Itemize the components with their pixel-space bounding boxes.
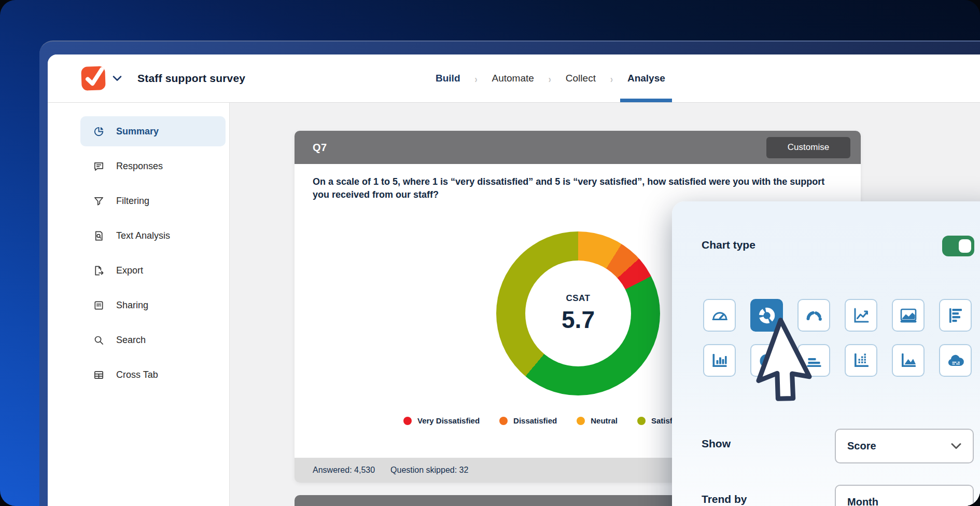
chart-type-bar-horizontal-icon[interactable] xyxy=(939,299,972,332)
legend-label: Very Dissatisfied xyxy=(417,416,480,425)
chart-type-pie-chart-icon[interactable] xyxy=(750,344,783,377)
legend-label: Dissatisfied xyxy=(513,416,557,425)
sidebar-item-sharing[interactable]: Sharing xyxy=(80,290,226,320)
sidebar-item-label: Responses xyxy=(116,161,163,172)
chart-type-panel: Chart type Show Score Trend by Month xyxy=(672,201,980,506)
chart-type-donut-chart-icon[interactable] xyxy=(750,299,783,332)
legend-item-very-dissatisfied: Very Dissatisfied xyxy=(403,416,480,425)
show-select-value: Score xyxy=(847,440,876,452)
question-text: On a scale of 1 to 5, where 1 is “very d… xyxy=(313,175,831,201)
sidebar-item-label: Sharing xyxy=(116,300,148,311)
sidebar-item-cross-tab[interactable]: Cross Tab xyxy=(80,360,226,390)
sidebar-item-label: Cross Tab xyxy=(116,370,158,380)
donut-center: CSAT 5.7 xyxy=(525,261,631,366)
nav-tab-automate[interactable]: Automate xyxy=(492,54,534,102)
sidebar-item-label: Search xyxy=(116,335,146,346)
chart-type-area-peaks-icon[interactable] xyxy=(892,344,925,377)
sidebar-item-label: Summary xyxy=(116,126,159,137)
nav-tab-collect[interactable]: Collect xyxy=(566,54,596,102)
chart-type-word-cloud-icon[interactable] xyxy=(939,344,972,377)
nav-tab-build[interactable]: Build xyxy=(436,54,460,102)
sidebar-item-text-analysis[interactable]: Text Analysis xyxy=(80,221,226,251)
sidebar-item-export[interactable]: Export xyxy=(80,255,226,285)
legend-dot xyxy=(577,417,585,425)
breadcrumb-separator-icon: › xyxy=(610,73,613,84)
csat-label: CSAT xyxy=(566,293,590,304)
doc-export-icon xyxy=(93,265,105,277)
chart-type-arc-gauge-icon[interactable] xyxy=(797,299,830,332)
chart-type-bar-stacked-icon[interactable] xyxy=(797,344,830,377)
trend-by-select[interactable]: Month xyxy=(835,485,974,506)
sidebar: SummaryResponsesFilteringText AnalysisEx… xyxy=(48,103,230,506)
active-tab-underline xyxy=(620,99,672,102)
show-label: Show xyxy=(702,437,731,450)
trend-by-label: Trend by xyxy=(702,493,747,505)
doc-lines-icon xyxy=(93,299,105,311)
chart-type-toggle[interactable] xyxy=(942,236,974,256)
funnel-icon xyxy=(93,195,105,207)
chart-type-gauge-icon[interactable] xyxy=(703,299,736,332)
chart-type-area-framed-icon[interactable] xyxy=(892,299,925,332)
show-select[interactable]: Score xyxy=(835,429,974,463)
chart-type-line-trend-icon[interactable] xyxy=(845,299,877,332)
trend-by-select-value: Month xyxy=(847,496,878,506)
sidebar-item-label: Filtering xyxy=(116,196,149,207)
chevron-down-icon xyxy=(951,443,961,449)
chart-type-bar-vertical-icon[interactable] xyxy=(703,344,736,377)
survey-switcher-chevron-icon[interactable] xyxy=(113,75,122,81)
marketing-frame: Staff support survey Build›Automate›Coll… xyxy=(0,0,980,506)
legend-dot xyxy=(637,417,646,425)
chart-type-column-dotted-icon[interactable] xyxy=(845,344,877,377)
legend-dot xyxy=(499,417,508,425)
survey-title: Staff support survey xyxy=(137,72,245,85)
legend-item-neutral: Neutral xyxy=(577,416,618,425)
breadcrumb-separator-icon: › xyxy=(549,73,551,84)
panel-title: Chart type xyxy=(702,239,755,251)
workflow-breadcrumb: Build›Automate›Collect›Analyse xyxy=(436,54,665,102)
breadcrumb-separator-icon: › xyxy=(475,73,478,84)
chart-type-grid xyxy=(703,299,972,377)
doc-search-icon xyxy=(93,230,105,242)
legend-label: Neutral xyxy=(591,416,618,425)
legend-item-dissatisfied: Dissatisfied xyxy=(499,416,557,425)
sidebar-item-label: Export xyxy=(116,265,143,276)
table-icon xyxy=(93,369,105,381)
sidebar-item-filtering[interactable]: Filtering xyxy=(80,186,226,216)
skipped-count: Question skipped: 32 xyxy=(390,466,468,475)
app-header: Staff support survey Build›Automate›Coll… xyxy=(48,54,980,103)
nav-tab-analyse[interactable]: Analyse xyxy=(627,54,665,102)
toggle-knob xyxy=(959,239,971,253)
csat-donut-chart[interactable]: CSAT 5.7 xyxy=(496,231,660,395)
customise-button[interactable]: Customise xyxy=(766,137,850,158)
question-card-header: Q7 Customise xyxy=(295,131,861,164)
question-id: Q7 xyxy=(313,142,327,154)
answered-count: Answered: 4,530 xyxy=(313,466,375,475)
speech-bubble-icon xyxy=(93,160,105,172)
sidebar-item-search[interactable]: Search xyxy=(80,325,226,355)
orange-check-logo[interactable] xyxy=(81,66,106,91)
pie-chart-icon xyxy=(93,126,105,138)
sidebar-item-responses[interactable]: Responses xyxy=(80,151,226,181)
legend-dot xyxy=(403,417,412,425)
csat-score: 5.7 xyxy=(562,306,595,334)
sidebar-item-summary[interactable]: Summary xyxy=(80,116,226,146)
sidebar-item-label: Text Analysis xyxy=(116,230,170,241)
magnifier-icon xyxy=(93,334,105,346)
